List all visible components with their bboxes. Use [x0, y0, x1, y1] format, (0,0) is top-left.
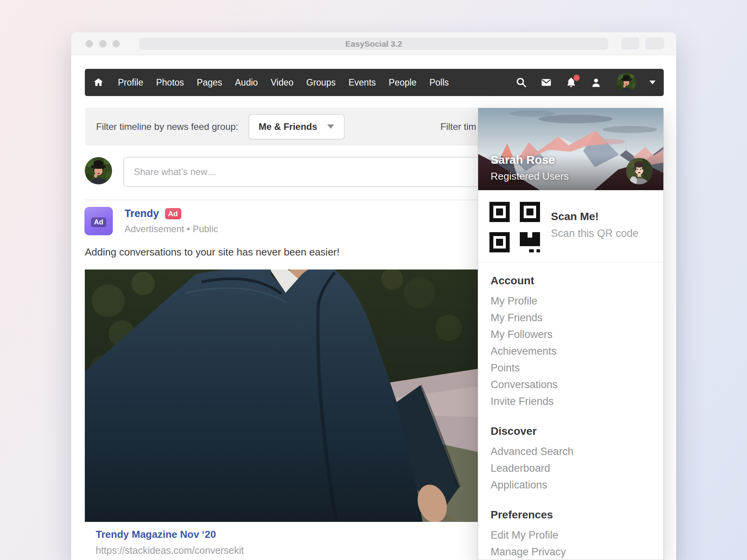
user-avatar[interactable]	[617, 73, 636, 92]
chevron-down-icon	[327, 124, 334, 129]
chevron-down-icon[interactable]	[649, 80, 656, 84]
avatar-photo-hat	[617, 73, 636, 92]
ad-tile-label: Ad	[91, 217, 106, 227]
nav-icons	[516, 73, 656, 92]
menu-item[interactable]: Leaderboard	[491, 460, 651, 477]
menu-item[interactable]: Advanced Search	[491, 443, 651, 460]
post-author-link[interactable]: Trendy	[124, 208, 159, 220]
qr-code-icon	[489, 202, 540, 252]
browser-titlebar: EasySocial 3.2	[71, 32, 676, 55]
notifications-icon[interactable]	[565, 77, 577, 88]
menu-item[interactable]: Conversations	[491, 376, 651, 393]
nav-menu-item[interactable]: Events	[349, 77, 376, 88]
search-icon[interactable]	[516, 77, 527, 88]
menu-item[interactable]: Invite Friends	[491, 393, 651, 410]
post-link-title[interactable]: Trendy Magazine Nov ‘20	[96, 528, 216, 541]
nav-menu-item[interactable]: Profile	[118, 77, 143, 88]
feed-group-selected: Me & Friends	[259, 121, 317, 132]
window-zoom-button[interactable]	[112, 40, 120, 47]
menu-item[interactable]: Achievements	[491, 343, 651, 360]
nav-menu-item[interactable]: Video	[271, 77, 293, 88]
window-close-button[interactable]	[86, 40, 93, 47]
menu-section-heading: Preferences	[491, 508, 651, 522]
filter-label-secondary: Filter tim	[440, 121, 476, 132]
profile-dropdown-panel: Sarah Rose Registered Users	[478, 108, 664, 560]
window-minimize-button[interactable]	[99, 40, 107, 47]
ad-badge: Ad	[165, 208, 181, 219]
composer-avatar[interactable]	[85, 157, 112, 184]
menu-section: Account My ProfileMy FriendsMy Followers…	[491, 274, 651, 410]
qr-subtitle: Scan this QR code	[551, 228, 638, 240]
post-link-url: https://stackideas.com/conversekit	[96, 545, 244, 556]
profile-icon[interactable]	[590, 77, 602, 88]
menu-section-heading: Discover	[491, 425, 651, 438]
avatar-photo	[626, 158, 652, 184]
profile-group: Registered Users	[491, 170, 569, 182]
browser-toolbar-button[interactable]	[645, 37, 664, 49]
post-body-text: Adding conversations to your site has ne…	[85, 246, 340, 258]
profile-menu: Account My ProfileMy FriendsMy Followers…	[478, 262, 663, 560]
menu-item[interactable]: Edit My Profile	[491, 527, 651, 544]
nav-menu-item[interactable]: Photos	[156, 77, 184, 88]
filter-label: Filter timeline by news feed group:	[96, 121, 238, 132]
feed-group-dropdown[interactable]: Me & Friends	[249, 114, 345, 140]
post-header: Trendy Ad Advertisement • Public	[124, 208, 218, 234]
menu-section: Discover Advanced SearchLeaderboardAppli…	[491, 425, 651, 494]
menu-item[interactable]: My Profile	[491, 293, 651, 310]
app-window: EasySocial 3.2 ProfilePhotosPagesAudioVi…	[71, 32, 676, 560]
profile-name: Sarah Rose	[491, 153, 555, 166]
nav-menu-item[interactable]: Polls	[430, 77, 449, 88]
profile-cover: Sarah Rose Registered Users	[478, 108, 663, 190]
profile-avatar[interactable]	[626, 158, 652, 184]
qr-text: Scan Me! Scan this QR code	[551, 202, 638, 262]
messages-icon[interactable]	[540, 77, 552, 88]
menu-item[interactable]: Applications	[491, 477, 651, 494]
home-button[interactable]	[93, 77, 104, 88]
nav-menu-item[interactable]: Pages	[197, 77, 222, 88]
menu-section: Preferences Edit My ProfileManage Privac…	[491, 508, 651, 560]
qr-title: Scan Me!	[551, 210, 638, 223]
address-bar[interactable]: EasySocial 3.2	[139, 38, 608, 50]
page-title: EasySocial 3.2	[345, 39, 402, 49]
menu-section-heading: Account	[491, 274, 651, 287]
qr-code-row[interactable]: Scan Me! Scan this QR code	[478, 190, 663, 262]
browser-toolbar-button[interactable]	[621, 37, 639, 49]
main-nav: ProfilePhotosPagesAudioVideoGroupsEvents…	[85, 69, 664, 96]
avatar-photo-hat	[85, 157, 112, 184]
ad-post-avatar[interactable]: Ad	[84, 207, 113, 235]
post-image[interactable]	[85, 270, 479, 522]
menu-item[interactable]: Manage Privacy	[491, 544, 651, 560]
post-meta: Advertisement • Public	[124, 224, 218, 234]
nav-menu-item[interactable]: Audio	[235, 77, 258, 88]
home-icon	[93, 77, 104, 88]
nav-menu: ProfilePhotosPagesAudioVideoGroupsEvents…	[118, 77, 462, 88]
menu-item[interactable]: Points	[491, 360, 651, 376]
nav-menu-item[interactable]: Groups	[306, 77, 335, 88]
menu-item[interactable]: My Friends	[491, 310, 651, 326]
menu-item[interactable]: My Followers	[491, 326, 651, 343]
notification-badge	[573, 75, 580, 81]
nav-menu-item[interactable]: People	[389, 77, 417, 88]
